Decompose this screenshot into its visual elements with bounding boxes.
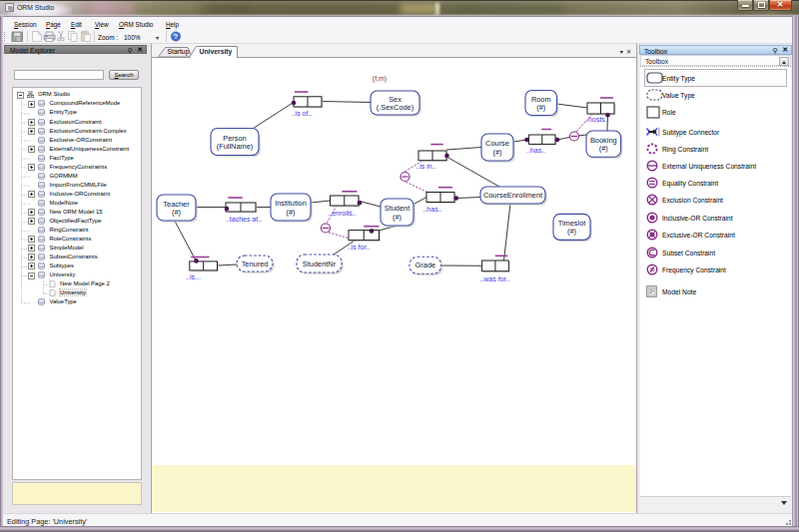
svg-text:(FullName): (FullName) (217, 142, 254, 151)
svg-text:(#): (#) (492, 148, 501, 157)
svg-text:(#): (#) (393, 213, 401, 222)
svg-text:(#): (#) (172, 208, 181, 217)
svg-text:(#): (#) (599, 144, 608, 153)
svg-text:(#): (#) (286, 208, 295, 217)
svg-text:..enrolls..: ..enrolls.. (328, 210, 356, 217)
svg-text:..has..: ..has.. (526, 147, 545, 154)
svg-text:(.SexCode): (.SexCode) (377, 103, 413, 112)
svg-text:Tenured: Tenured (242, 260, 269, 268)
svg-text:..is in..: ..is in.. (415, 163, 435, 170)
svg-text:CourseEnrollment: CourseEnrollment (483, 191, 542, 200)
svg-text:StudentNr: StudentNr (303, 260, 337, 268)
svg-text:..taches at..: ..taches at.. (226, 216, 262, 223)
svg-text:..is...: ..is... (186, 273, 201, 280)
svg-text:..was for..: ..was for.. (479, 275, 509, 282)
svg-text:..is of..: ..is of.. (292, 110, 313, 117)
svg-text:Grade: Grade (415, 261, 436, 269)
svg-text:(f,m): (f,m) (373, 75, 387, 83)
svg-text:University: University (200, 48, 233, 56)
svg-text:..is for..: ..is for.. (348, 244, 371, 251)
svg-text:(#): (#) (567, 227, 576, 236)
svg-text:..has..: ..has.. (422, 206, 441, 213)
svg-text:..hosts..: ..hosts.. (584, 116, 609, 123)
svg-text:(#): (#) (536, 103, 545, 112)
svg-text:Startup: Startup (168, 48, 190, 56)
svg-text:?: ? (174, 32, 179, 41)
